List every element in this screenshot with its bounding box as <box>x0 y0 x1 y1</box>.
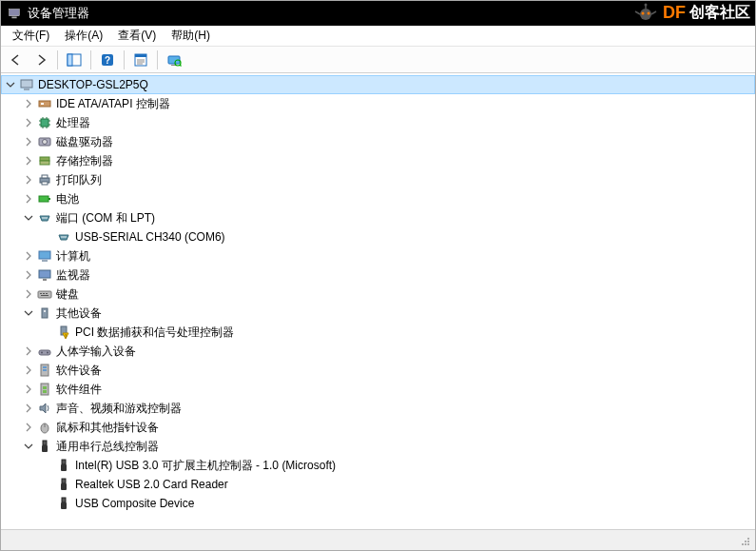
tree-category-cpu[interactable]: 处理器 <box>1 113 755 132</box>
tree-device-ch340[interactable]: USB-SERIAL CH340 (COM6) <box>1 227 755 246</box>
tree-category-swcomp[interactable]: 软件组件 <box>1 380 755 399</box>
node-label: 软件设备 <box>56 363 107 379</box>
node-label: 端口 (COM 和 LPT) <box>56 210 161 226</box>
menu-view[interactable]: 查看(V) <box>110 26 164 46</box>
svg-rect-57 <box>46 293 48 294</box>
svg-rect-55 <box>40 293 42 294</box>
status-bar <box>1 529 755 550</box>
expand-icon[interactable] <box>22 249 35 263</box>
back-button[interactable] <box>5 49 28 70</box>
tree-category-hid[interactable]: 人体学输入设备 <box>1 342 755 361</box>
tree-category-keyboard[interactable]: 键盘 <box>1 285 755 304</box>
svg-rect-71 <box>43 390 47 393</box>
tree-device-usb-composite[interactable]: USB Composite Device <box>1 494 755 513</box>
svg-rect-74 <box>43 441 47 445</box>
expand-icon[interactable] <box>22 364 35 377</box>
toolbar-separator <box>90 50 91 69</box>
node-label: Intel(R) USB 3.0 可扩展主机控制器 - 1.0 (Microso… <box>75 458 341 474</box>
svg-rect-68 <box>43 369 47 371</box>
svg-rect-59 <box>42 308 48 318</box>
storage-icon <box>37 153 52 168</box>
svg-point-48 <box>63 236 65 238</box>
svg-rect-23 <box>24 89 29 90</box>
tree-category-battery[interactable]: 电池 <box>1 189 755 208</box>
tree-category-sound[interactable]: 声音、视频和游戏控制器 <box>1 399 755 418</box>
svg-point-83 <box>745 541 746 542</box>
svg-rect-1 <box>11 17 16 19</box>
port-icon <box>37 210 52 226</box>
svg-point-4 <box>648 12 650 15</box>
svg-rect-79 <box>61 483 67 490</box>
svg-rect-58 <box>41 295 48 296</box>
expand-icon[interactable] <box>22 135 35 148</box>
expand-icon[interactable] <box>22 344 35 358</box>
svg-rect-22 <box>21 80 32 88</box>
expand-icon[interactable] <box>22 192 35 206</box>
tree-category-usb[interactable]: 通用串行总线控制器 <box>1 437 755 456</box>
expand-icon[interactable] <box>22 421 35 434</box>
expand-icon[interactable] <box>22 383 35 396</box>
svg-rect-38 <box>40 161 49 165</box>
tree-root[interactable]: DESKTOP-GSL2P5Q <box>1 75 755 94</box>
computer-icon <box>37 248 52 264</box>
tree-device-pci[interactable]: ! PCI 数据捕获和信号处理控制器 <box>1 323 755 342</box>
tree-device-usb-realtek[interactable]: Realtek USB 2.0 Card Reader <box>1 475 755 494</box>
svg-rect-75 <box>42 445 48 452</box>
collapse-icon[interactable] <box>22 440 35 453</box>
expand-icon[interactable] <box>22 268 35 282</box>
collapse-icon[interactable] <box>22 306 35 320</box>
svg-rect-26 <box>41 119 48 127</box>
forward-button[interactable] <box>29 49 52 70</box>
svg-point-82 <box>747 538 749 540</box>
show-hide-tree-button[interactable] <box>63 49 86 70</box>
node-label: 磁盘驱动器 <box>56 134 119 150</box>
svg-rect-67 <box>43 366 47 368</box>
properties-button[interactable] <box>129 49 152 70</box>
expand-icon[interactable] <box>22 402 35 415</box>
tree-category-ports[interactable]: 端口 (COM 和 LPT) <box>1 208 755 227</box>
scan-hardware-button[interactable] <box>163 49 185 70</box>
svg-point-6 <box>645 4 648 7</box>
port-icon <box>56 229 71 245</box>
ide-icon <box>37 96 52 111</box>
svg-point-85 <box>742 543 744 545</box>
svg-rect-50 <box>39 251 50 259</box>
expand-icon[interactable] <box>22 287 35 301</box>
tree-category-printq[interactable]: 打印队列 <box>1 170 755 189</box>
menu-bar: 文件(F) 操作(A) 查看(V) 帮助(H) <box>1 26 755 47</box>
tree-category-monitor[interactable]: 监视器 <box>1 266 755 285</box>
svg-point-44 <box>42 217 44 219</box>
expand-icon[interactable] <box>22 97 35 110</box>
usb-icon <box>56 458 71 473</box>
svg-point-2 <box>640 9 651 20</box>
svg-rect-77 <box>61 464 67 471</box>
svg-point-47 <box>61 236 63 238</box>
svg-rect-41 <box>42 182 48 185</box>
tree-category-storage[interactable]: 存储控制器 <box>1 151 755 170</box>
device-tree[interactable]: DESKTOP-GSL2P5Q IDE ATA/ATAPI 控制器 处理器 <box>1 73 755 529</box>
resize-grip-icon[interactable] <box>738 534 751 547</box>
monitor-icon <box>37 267 52 283</box>
menu-action[interactable]: 操作(A) <box>57 26 110 46</box>
menu-help[interactable]: 帮助(H) <box>164 26 218 46</box>
node-label: 鼠标和其他指针设备 <box>56 420 165 436</box>
tree-category-ide[interactable]: IDE ATA/ATAPI 控制器 <box>1 94 755 113</box>
tree-category-other[interactable]: 其他设备 <box>1 304 755 323</box>
warning-device-icon: ! <box>56 325 71 340</box>
expand-icon[interactable] <box>22 116 35 129</box>
collapse-icon[interactable] <box>22 211 35 225</box>
help-button[interactable]: ? <box>96 49 119 70</box>
tree-category-computer[interactable]: 计算机 <box>1 246 755 266</box>
expand-icon[interactable] <box>22 173 35 187</box>
tree-device-usb-intel[interactable]: Intel(R) USB 3.0 可扩展主机控制器 - 1.0 (Microso… <box>1 456 755 475</box>
tree-category-mouse[interactable]: 鼠标和其他指针设备 <box>1 418 755 437</box>
collapse-icon[interactable] <box>4 78 17 91</box>
menu-file[interactable]: 文件(F) <box>5 26 57 46</box>
svg-rect-40 <box>42 175 48 178</box>
tree-category-disk[interactable]: 磁盘驱动器 <box>1 132 755 151</box>
tree-category-swdev[interactable]: 软件设备 <box>1 361 755 380</box>
svg-rect-14 <box>135 54 146 57</box>
expand-icon[interactable] <box>22 154 35 167</box>
robot-icon <box>632 3 659 22</box>
window-title: 设备管理器 <box>28 5 89 22</box>
